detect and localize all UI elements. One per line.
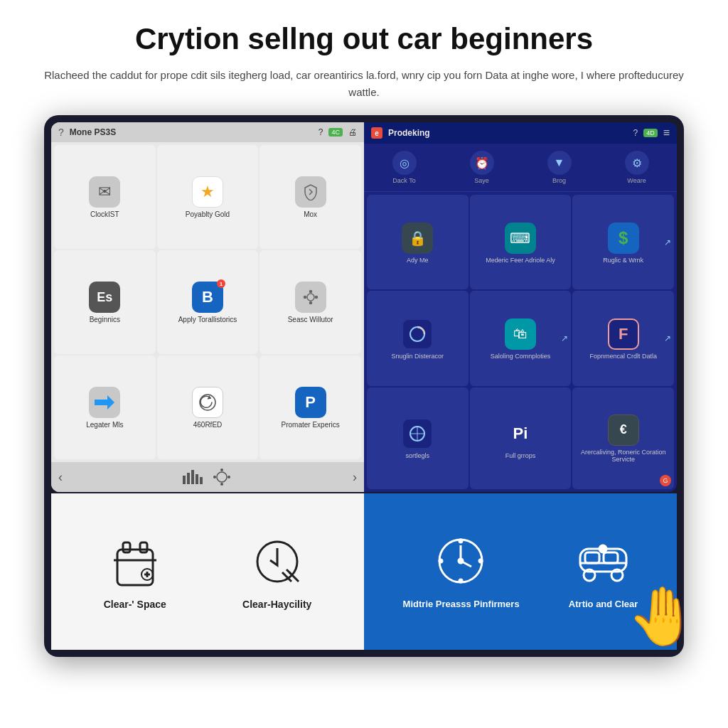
svg-point-17: [228, 476, 230, 478]
svg-line-32: [287, 569, 292, 575]
weare-label: Weare: [627, 177, 646, 184]
fopnmencal-icon: F: [608, 318, 639, 350]
browser-icon: e: [371, 127, 382, 139]
poyablty-icon: ★: [192, 176, 223, 208]
svg-rect-5: [95, 400, 107, 405]
help-icon-2: ?: [318, 127, 323, 137]
hamburger-icon[interactable]: ≡: [663, 127, 670, 139]
svg-rect-8: [183, 476, 186, 484]
quick-weare[interactable]: ⚙ Weare: [599, 148, 674, 187]
app-mederic[interactable]: ⌨ Mederic Feer Adriole Aly: [470, 195, 572, 289]
app-legater[interactable]: Legater Mls: [54, 355, 156, 459]
svg-rect-44: [585, 552, 599, 563]
bottom-section: Clear-' Space Clear-Haycility: [51, 493, 677, 650]
weare-icon: ⚙: [625, 151, 649, 175]
app-mox[interactable]: Mox: [259, 145, 361, 249]
poyablty-label: Poyablty Gold: [186, 210, 230, 219]
quick-dackto[interactable]: ◎ Dack To: [367, 148, 441, 187]
mederic-label: Mederic Feer Adriole Aly: [486, 257, 555, 264]
nav-left-arrow[interactable]: ‹: [58, 470, 63, 485]
svg-point-37: [459, 540, 462, 542]
app-fopnmencal[interactable]: F Fopnmencal Crdlt Datla ↗: [572, 291, 674, 385]
left-panel-title: Mone PS3S: [70, 127, 313, 137]
ady-me-label: Ady Me: [407, 257, 429, 264]
svg-rect-12: [200, 477, 203, 484]
ruglic-label: Ruglic & Wrnk: [603, 257, 643, 264]
quick-brog[interactable]: ▼ Brog: [522, 148, 596, 187]
settings-icon: [211, 466, 232, 488]
app-ady-me[interactable]: 🔒 Ady Me: [367, 195, 469, 289]
right-topbar: e Prodeking ? 4D ≡: [364, 122, 677, 144]
clear-space-label: Clear-' Space: [104, 599, 166, 610]
right-apps-grid: 🔒 Ady Me ⌨ Mederic Feer Adriole Aly $ Ru…: [364, 192, 677, 492]
seasc-label: Seasc Willutor: [288, 316, 333, 324]
saloling-label: Saloling Comnploties: [491, 353, 551, 360]
bottom-right: Midtrie Preasss Pinfirmers: [364, 493, 677, 650]
arercaliving-label: Arercaliving, Roneric Coration Servicte: [575, 449, 671, 464]
svg-rect-24: [140, 542, 147, 552]
svg-rect-11: [196, 474, 198, 484]
clockist-icon: ✉: [89, 176, 120, 208]
app-poyablty[interactable]: ★ Poyablty Gold: [157, 145, 259, 249]
saloling-icon: 🛍: [505, 318, 536, 350]
svg-rect-23: [123, 542, 130, 552]
full-grrops-icon: Pi: [505, 418, 536, 449]
promater-label: Promater Experics: [282, 421, 340, 429]
svg-point-15: [220, 483, 223, 486]
right-panel-title: Prodeking: [388, 128, 627, 138]
app-beginnics[interactable]: Es Beginnics: [54, 250, 156, 354]
tablet-container: ? Mone PS3S ? 4C 🖨 ✉ ClockIST ★ Poy: [44, 115, 684, 657]
svg-line-36: [461, 561, 471, 567]
svg-point-16: [213, 476, 216, 478]
snuglin-icon: [402, 318, 433, 350]
full-grrops-label: Full grrops: [505, 452, 536, 460]
svg-point-0: [307, 294, 314, 301]
460rfed-icon: [192, 387, 223, 418]
beginnics-icon: Es: [89, 282, 120, 313]
right-help-icon: ?: [633, 128, 638, 138]
tablet-screen: ? Mone PS3S ? 4C 🖨 ✉ ClockIST ★ Poy: [51, 122, 677, 492]
svg-rect-10: [191, 470, 194, 484]
arercaliving-icon: €: [608, 414, 639, 446]
help-icon: ?: [58, 127, 64, 138]
left-bottombar: ‹: [51, 462, 364, 492]
nav-right-arrow[interactable]: ›: [353, 470, 357, 485]
quick-saye[interactable]: ⏰ Saye: [444, 148, 519, 187]
snuglin-label: Snuglin Disteracor: [392, 353, 444, 360]
app-promater[interactable]: P Promater Experics: [259, 355, 361, 459]
page-title: Crytion sellng out car beginners: [43, 21, 685, 57]
brog-label: Brog: [552, 177, 566, 184]
app-saloling[interactable]: 🛍 Saloling Comnploties ↗: [470, 291, 572, 385]
page-header: Crytion sellng out car beginners Rlachee…: [0, 0, 728, 115]
saye-label: Saye: [474, 177, 489, 184]
svg-marker-6: [107, 395, 114, 410]
app-seasc[interactable]: Seasc Willutor: [259, 250, 361, 354]
legater-icon: [89, 387, 120, 418]
app-sortlegls[interactable]: sortlegls: [367, 387, 469, 490]
right-panel: e Prodeking ? 4D ≡ ◎ Dack To ⏰ Saye: [364, 122, 677, 492]
notification-badge: 1: [217, 279, 225, 288]
app-apply[interactable]: B 1 Apply Torallistorics: [157, 250, 259, 354]
app-snuglin[interactable]: Snuglin Disteracor: [367, 291, 469, 385]
right-status-badge: 4D: [643, 129, 658, 137]
page-subtitle: Rlacheed the caddut for prope cdit sils …: [43, 67, 685, 101]
app-clockist[interactable]: ✉ ClockIST: [54, 145, 156, 249]
corner-badge: G: [660, 475, 671, 486]
midtrie-icon: [433, 533, 490, 590]
saloling-arrow: ↗: [561, 333, 568, 343]
bar-icon: [183, 470, 204, 484]
app-460rfed[interactable]: 460RfED: [157, 355, 259, 459]
apply-icon: B 1: [192, 282, 223, 313]
app-full-grrops[interactable]: Pi Full grrops: [470, 387, 572, 490]
app-arercaliving[interactable]: € Arercaliving, Roneric Coration Servict…: [572, 387, 674, 490]
printer-icon: 🖨: [348, 127, 357, 137]
svg-point-40: [479, 560, 482, 562]
app-ruglic[interactable]: $ Ruglic & Wrnk ↗: [572, 195, 674, 289]
mox-label: Mox: [304, 210, 317, 219]
saye-icon: ⏰: [470, 151, 494, 175]
svg-point-39: [439, 560, 442, 562]
sortlegls-label: sortlegls: [406, 452, 430, 460]
page-wrapper: Crytion sellng out car beginners Rlachee…: [0, 0, 728, 657]
svg-point-4: [315, 296, 317, 299]
svg-point-38: [459, 579, 462, 582]
